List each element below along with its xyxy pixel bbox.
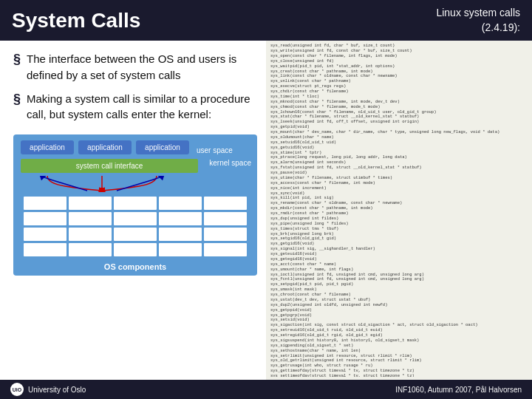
system-call-diagram: application application application user… xyxy=(13,134,257,276)
bullet-icon-1: § xyxy=(13,52,21,67)
kernel-cell xyxy=(24,197,66,210)
app-box-1: application xyxy=(21,140,74,154)
header: System Calls Linux system calls (2.4.19)… xyxy=(0,0,532,41)
kernel-grid xyxy=(21,194,250,259)
kernel-cell xyxy=(204,197,247,210)
linux-calls-label: Linux system calls (2.4.19): xyxy=(436,6,520,35)
kernel-cell xyxy=(204,228,247,241)
kernel-cell xyxy=(69,228,112,241)
bullet-text-2: Making a system call is similar to a pro… xyxy=(27,91,253,123)
right-panel: sys_read(unsigned int fd, char * buf, si… xyxy=(266,41,532,380)
kernel-cell xyxy=(204,243,247,256)
uio-logo-icon: UiO xyxy=(10,383,24,396)
code-listing: sys_read(unsigned int fd, char * buf, si… xyxy=(270,44,528,377)
footer: UiO University of Oslo INF1060, Autumn 2… xyxy=(0,380,532,399)
kernel-cell xyxy=(24,212,66,225)
kernel-cell xyxy=(114,243,157,256)
main-content: § The interface between the OS and users… xyxy=(0,41,532,380)
app-box-2: application xyxy=(78,140,132,154)
kernel-cell xyxy=(159,228,202,241)
kernel-cell xyxy=(159,243,202,256)
kernel-cell xyxy=(69,243,112,256)
bullet-2: § Making a system call is similar to a p… xyxy=(13,91,253,123)
page-title: System Calls xyxy=(12,9,140,33)
kernel-cell xyxy=(114,228,157,241)
kernel-cell xyxy=(159,197,202,210)
footer-course: INF1060, Autumn 2007, Pål Halvorsen xyxy=(395,386,522,394)
kernel-cell xyxy=(114,197,157,210)
bullet-1: § The interface between the OS and users… xyxy=(13,51,253,83)
left-panel: § The interface between the OS and users… xyxy=(0,41,266,380)
arrows-svg xyxy=(21,176,213,192)
kernel-cell xyxy=(159,212,202,225)
os-label: OS components xyxy=(21,262,250,271)
kernel-cell xyxy=(24,243,66,256)
kernel-cell xyxy=(69,212,112,225)
bullet-icon-2: § xyxy=(13,92,21,107)
app-box-3: application xyxy=(136,140,189,154)
sci-section: system call interface kernel space xyxy=(21,159,250,173)
app-row: application application application user… xyxy=(21,140,250,154)
user-space-label: user space xyxy=(197,140,233,154)
kernel-space-label: kernel space xyxy=(209,159,251,167)
kernel-cell xyxy=(69,197,112,210)
kernel-cell xyxy=(114,212,157,225)
footer-university: UiO University of Oslo xyxy=(10,383,86,396)
sci-bar: system call interface xyxy=(21,159,198,173)
bullet-text-1: The interface between the OS and users i… xyxy=(27,51,253,83)
kernel-cell xyxy=(24,228,66,241)
kernel-cell xyxy=(204,212,247,225)
